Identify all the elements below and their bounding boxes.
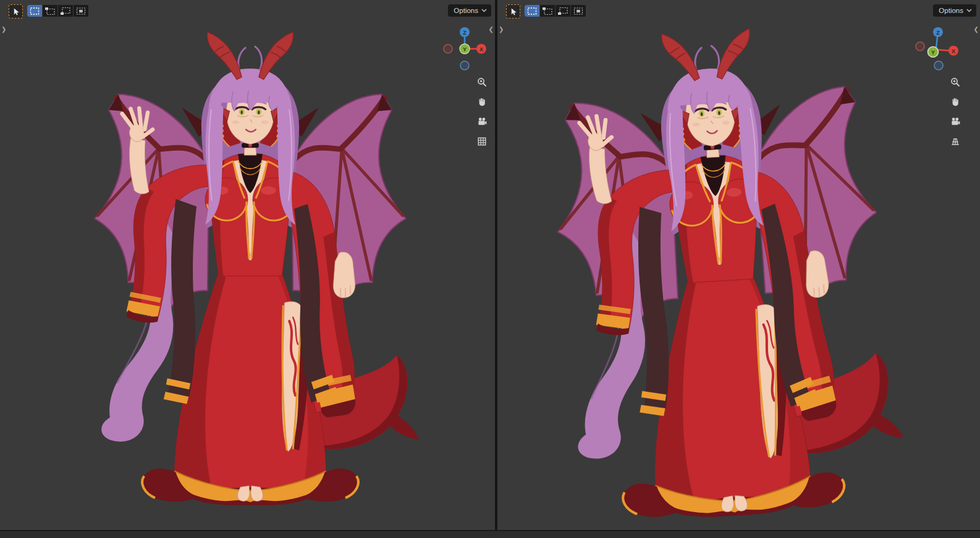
svg-text:Y: Y — [463, 46, 467, 53]
select-mode-extend-button[interactable] — [43, 5, 57, 17]
options-label: Options — [454, 7, 478, 14]
select-mode-set-button[interactable] — [27, 5, 42, 17]
viewport-nav-buttons — [947, 74, 963, 149]
chevron-down-icon — [966, 9, 972, 12]
gizmo-axis-z-negative[interactable] — [934, 61, 943, 70]
viewport-nav-buttons — [474, 74, 490, 149]
gizmo-axis-z[interactable]: Z — [933, 27, 943, 37]
gizmo-axis-x[interactable]: X — [476, 44, 486, 54]
blender-window: Options Z X — [0, 0, 980, 538]
select-mode-subtract-button[interactable] — [58, 5, 73, 17]
nav-gizmo[interactable]: Z X Y — [914, 25, 961, 72]
svg-text:X: X — [952, 48, 955, 54]
select-mode-subtract-button[interactable] — [555, 5, 570, 17]
select-subtract-icon — [557, 7, 568, 15]
grid-icon — [476, 136, 488, 147]
viewport-header: Options — [0, 0, 495, 21]
camera-view-button[interactable] — [474, 114, 490, 130]
viewport-right[interactable]: Options Z X — [497, 0, 980, 538]
select-extend-icon — [542, 7, 553, 15]
select-intersect-icon — [573, 7, 584, 15]
gizmo-axis-x[interactable]: X — [948, 46, 958, 56]
select-mode-extend-button[interactable] — [540, 5, 555, 17]
gizmo-axis-y[interactable]: Y — [460, 44, 470, 54]
toolbar-expand-arrow[interactable]: ❯ — [499, 26, 504, 33]
viewport-left[interactable]: Options Z X — [0, 0, 495, 538]
tweak-cursor-icon — [11, 7, 21, 17]
select-mode-group — [27, 5, 89, 17]
tweak-tool-button[interactable] — [9, 4, 23, 19]
zoom-button[interactable] — [947, 74, 963, 90]
perspective-grid-icon — [950, 136, 961, 147]
perspective-toggle-button[interactable] — [947, 133, 963, 149]
tweak-cursor-icon — [509, 7, 518, 17]
chevron-down-icon — [481, 9, 487, 12]
hand-icon — [476, 96, 488, 107]
gizmo-axis-z[interactable]: Z — [460, 27, 470, 37]
camera-icon — [476, 116, 488, 127]
camera-icon — [950, 116, 961, 127]
tweak-tool-button[interactable] — [506, 4, 520, 19]
zoom-icon — [950, 77, 961, 88]
pan-button[interactable] — [474, 94, 490, 110]
nav-gizmo[interactable]: Z X Y — [441, 25, 488, 72]
select-intersect-icon — [75, 7, 87, 15]
character-model[interactable] — [55, 17, 446, 505]
gizmo-axis-x-negative[interactable] — [916, 42, 924, 51]
options-label: Options — [939, 7, 963, 14]
select-mode-set-button[interactable] — [525, 5, 539, 17]
gizmo-axis-y[interactable]: Y — [928, 47, 939, 57]
options-button[interactable]: Options — [933, 4, 976, 17]
viewport-header: Options — [497, 0, 980, 21]
gizmo-axis-z-negative[interactable] — [460, 61, 469, 70]
zoom-icon — [476, 77, 488, 88]
select-subtract-icon — [60, 7, 71, 15]
sidebar-expand-arrow[interactable]: ❮ — [974, 26, 979, 33]
select-set-icon — [526, 7, 538, 15]
options-button[interactable]: Options — [448, 4, 491, 17]
svg-text:Y: Y — [931, 49, 935, 56]
zoom-button[interactable] — [474, 74, 490, 90]
select-mode-intersect-button[interactable] — [74, 5, 88, 17]
hand-icon — [950, 96, 961, 107]
grid-toggle-button[interactable] — [474, 133, 490, 149]
select-mode-group — [525, 5, 586, 17]
pan-button[interactable] — [947, 94, 963, 110]
svg-text:Z: Z — [936, 30, 940, 36]
sidebar-expand-arrow[interactable]: ❮ — [489, 26, 494, 33]
toolbar-expand-arrow[interactable]: ❯ — [1, 26, 6, 33]
camera-view-button[interactable] — [947, 114, 963, 130]
select-mode-intersect-button[interactable] — [571, 5, 586, 17]
svg-text:Z: Z — [463, 30, 467, 36]
character-model[interactable] — [505, 4, 935, 527]
gizmo-axis-x-negative[interactable] — [444, 44, 452, 53]
svg-text:X: X — [479, 46, 483, 53]
select-extend-icon — [44, 7, 56, 15]
select-set-icon — [29, 7, 40, 15]
editor-bottom-edge — [0, 530, 980, 538]
